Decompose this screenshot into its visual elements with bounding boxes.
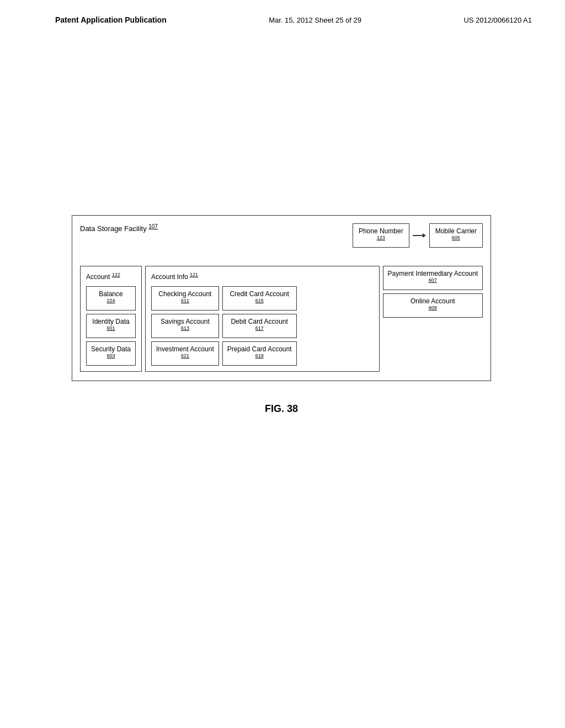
payment-intermediary-box: Payment Intermediary Account 607 (383, 266, 483, 290)
savings-account-box: Savings Account 613 (151, 314, 219, 338)
far-right-column: Payment Intermediary Account 607 Online … (383, 266, 483, 372)
account-col-1: Checking Account 611 Savings Account 613… (151, 286, 219, 366)
online-account-box: Online Account 609 (383, 293, 483, 318)
diagram-area: Data Storage Facility 107 Phone Number 1… (44, 215, 519, 415)
phone-number-box: Phone Number 123 (353, 223, 409, 248)
connector-line (413, 235, 423, 236)
top-row: Phone Number 123 Mobile Carrier 605 (353, 223, 483, 248)
security-data-box: Security Data 603 (86, 341, 136, 366)
identity-data-box: Identity Data 601 (86, 314, 136, 338)
account-grid: Checking Account 611 Savings Account 613… (151, 286, 374, 366)
page-header: Patent Application Publication Mar. 15, … (0, 0, 565, 24)
account-info-box: Account Info 121 Checking Account 611 Sa… (145, 266, 380, 372)
patent-number: US 2012/0066120 A1 (463, 16, 532, 24)
patent-title: Patent Application Publication (55, 15, 167, 24)
account-label: Account 122 (86, 272, 136, 281)
mobile-carrier-box: Mobile Carrier 605 (429, 223, 483, 248)
balance-box: Balance 224 (86, 286, 136, 311)
publication-date: Mar. 15, 2012 Sheet 25 of 29 (269, 16, 361, 24)
left-column: Account 122 Balance 224 Identity Data 60… (80, 266, 142, 372)
investment-account-box: Investment Account 621 (151, 341, 219, 366)
connector (413, 223, 426, 248)
checking-account-box: Checking Account 611 (151, 286, 219, 311)
account-info-label: Account Info 121 (151, 272, 374, 281)
arrow-right (423, 233, 426, 238)
credit-card-account-box: Credit Card Account 615 (222, 286, 297, 311)
debit-card-account-box: Debit Card Account 617 (222, 314, 297, 338)
figure-label: FIG. 38 (265, 403, 298, 415)
account-col-2: Credit Card Account 615 Debit Card Accou… (222, 286, 297, 366)
inner-content: Account 122 Balance 224 Identity Data 60… (80, 266, 483, 372)
prepaid-card-account-box: Prepaid Card Account 619 (222, 341, 297, 366)
outer-box: Data Storage Facility 107 Phone Number 1… (72, 215, 491, 381)
